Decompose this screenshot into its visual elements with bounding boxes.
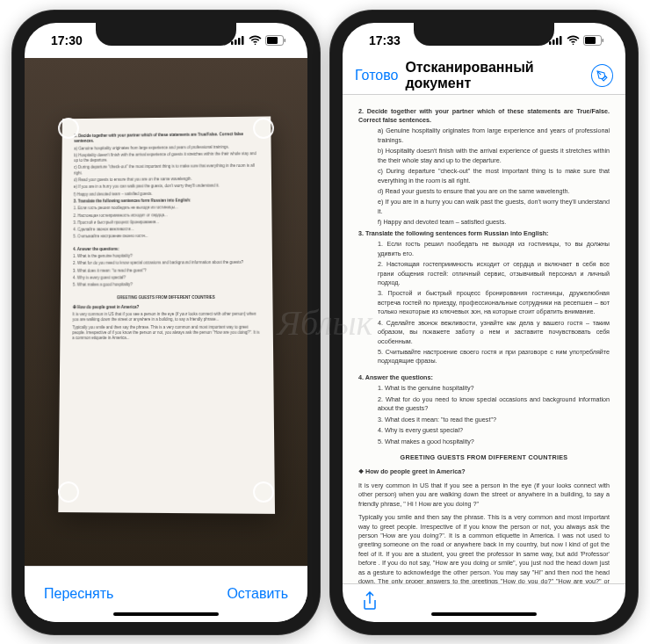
svg-rect-13 xyxy=(603,39,604,42)
doc-q3-2: 2. Настоящая гостеприимность исходит от … xyxy=(378,260,610,287)
svg-rect-6 xyxy=(285,39,286,42)
svg-rect-8 xyxy=(552,40,555,45)
share-button[interactable] xyxy=(362,591,378,614)
status-time: 17:33 xyxy=(369,33,401,47)
doc-q4-4: 4. Why is every guest special? xyxy=(378,426,610,435)
doc-q4-2: 2. What for do you need to know special … xyxy=(378,395,610,414)
page-title: Отсканированный документ xyxy=(405,60,591,91)
crop-handle-bl[interactable] xyxy=(58,481,79,503)
keep-button[interactable]: Оставить xyxy=(227,586,288,602)
wifi-icon xyxy=(567,35,580,45)
done-button[interactable]: Готово xyxy=(355,68,398,83)
status-right xyxy=(549,35,604,46)
screen-scanner: 17:30 2. Decide together with your partn… xyxy=(25,23,307,622)
battery-icon xyxy=(265,35,286,46)
screen-document: 17:33 Готово Отсканированный документ xyxy=(343,23,625,622)
crop-handle-tr[interactable] xyxy=(253,118,274,139)
doc-q4: 4. Answer the questions: xyxy=(358,373,610,382)
svg-rect-12 xyxy=(585,37,596,44)
doc-p2: Typically you smile and then say the phr… xyxy=(358,513,610,582)
svg-rect-5 xyxy=(267,37,278,44)
doc-q3: 3. Translate the following sentences for… xyxy=(358,229,610,238)
doc-q2b: b) Hospitality doesn't finish with the a… xyxy=(378,147,610,165)
doc-q3-3: 3. Простой и быстрый процесс бронировани… xyxy=(378,289,610,316)
svg-rect-10 xyxy=(560,36,562,45)
doc-q2e: e) If you are in a hurry you can walk pa… xyxy=(378,198,610,216)
markup-button[interactable] xyxy=(591,64,613,87)
doc-q4-1: 1. What is the genuine hospitality? xyxy=(378,384,610,393)
svg-rect-0 xyxy=(231,41,234,45)
doc-q4-3: 3. What does it mean: "to read the guest… xyxy=(378,416,610,424)
doc-q2a: a) Genuine hospitality originates from l… xyxy=(378,127,610,145)
status-right xyxy=(231,35,286,46)
doc-q4-5: 5. What makes a good hospitality? xyxy=(378,438,610,446)
crop-handle-tl[interactable] xyxy=(58,118,79,139)
doc-q3-5: 5. Считывайте настроение своего гостя и … xyxy=(378,348,610,366)
doc-q2: 2. Decide together with your partner whi… xyxy=(358,107,610,126)
doc-heading: GREETING GUESTS FROM DIFFERENT COUNTRIES xyxy=(358,453,610,462)
notch xyxy=(414,23,554,46)
doc-q2d: d) Read your guests to ensure that you a… xyxy=(378,187,610,196)
doc-q3-4: 4. Сделайте звонок вежливости, узнайте к… xyxy=(378,319,610,346)
doc-q3-1: 1. Если гость решил пообедать не выходя … xyxy=(378,240,610,258)
svg-rect-7 xyxy=(549,41,552,45)
battery-icon xyxy=(583,35,604,46)
doc-p1: It is very common in US that if you see … xyxy=(358,481,610,509)
retake-button[interactable]: Переснять xyxy=(44,586,113,602)
home-indicator[interactable] xyxy=(431,612,537,616)
doc-sub: ❖ How do people greet in America? xyxy=(358,467,610,476)
bottom-toolbar xyxy=(343,583,625,622)
status-time: 17:30 xyxy=(51,33,83,47)
doc-q2c: c) During departure "check-out" the most… xyxy=(378,167,610,185)
nav-bar: Готово Отсканированный документ xyxy=(343,58,625,95)
crop-handle-br[interactable] xyxy=(253,481,274,503)
scanned-paper: 2. Decide together with your partner whi… xyxy=(59,117,275,514)
svg-rect-1 xyxy=(235,40,237,45)
wifi-icon xyxy=(249,35,262,45)
svg-rect-3 xyxy=(242,36,244,45)
svg-rect-2 xyxy=(238,38,241,45)
document-content[interactable]: 2. Decide together with your partner whi… xyxy=(343,95,625,583)
home-indicator[interactable] xyxy=(113,612,219,616)
svg-rect-9 xyxy=(556,38,559,45)
notch xyxy=(96,23,236,46)
doc-q2f: f) Happy and devoted team – satisfied gu… xyxy=(378,218,610,227)
scanner-view[interactable]: 2. Decide together with your partner whi… xyxy=(25,58,307,566)
phone-document: 17:33 Готово Отсканированный документ xyxy=(330,11,638,634)
phone-scanner: 17:30 2. Decide together with your partn… xyxy=(12,11,320,634)
